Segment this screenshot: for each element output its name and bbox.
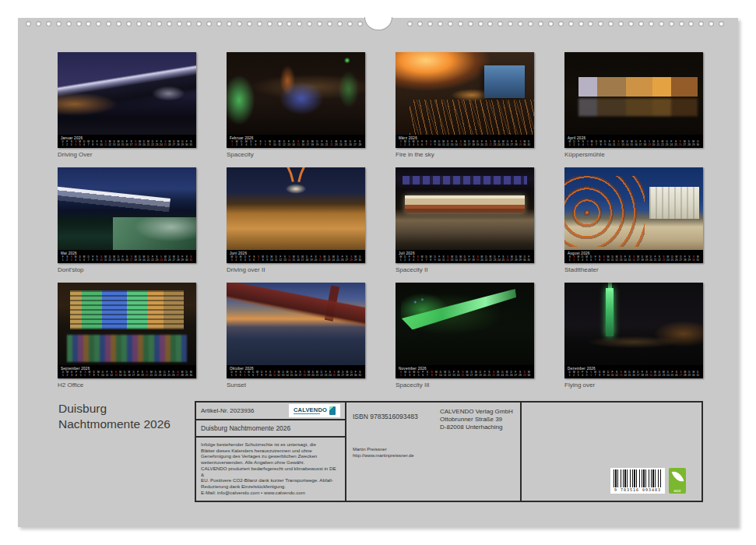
binding-hole [508,21,513,26]
thumbnail-caption: Flying over [564,382,703,389]
isbn-number: ISBN 9783516093483 [353,413,418,420]
mini-calendar-day: D30 [695,141,700,147]
calendar-thumbnail-9: September 2026D1M2D3F4S5S6M7D8M9D10F11S1… [58,283,196,389]
binding-hole [337,21,343,26]
month-page-preview: August 2026S1S2M3D4M5D6F7S8S9M10D11M12D1… [564,167,703,263]
product-title: Duisburg Nachtmomente 2026 [201,424,290,432]
mini-calendar-strip: August 2026S1S2M3D4M5D6F7S8S9M10D11M12D1… [564,250,703,263]
binding-hole [327,21,332,26]
binding-hole [438,21,443,26]
month-page-preview: Dezember 2026D1M2D3F4S5S6M7D8M9D10F11S12… [564,283,703,378]
calendar-thumbnail-1: Januar 2026D1F2S3S4M5D6M7D8F9S10S11M12D1… [58,52,196,159]
binding-hole [347,21,353,26]
binding-hole [688,21,694,26]
product-info-box: Artikel-Nr. 2023936 CALVENDO Duisburg Na… [195,401,703,502]
binding-hole [267,21,273,26]
binding-hole [618,21,624,26]
calvendo-logo-tagline [294,413,320,415]
binding-hole [146,21,152,26]
month-page-preview: Juni 2026M1D2M3D4F5S6S7M8D9M10D11F12S13S… [227,167,365,263]
article-row: Artikel-Nr. 2023936 CALVENDO [196,403,345,420]
binding-hole [307,21,312,26]
binding-hole [36,21,41,26]
photo-month-9 [58,283,196,365]
binding-hole [598,21,603,26]
mini-calendar-strip: Juni 2026M1D2M3D4F5S6S7M8D9M10D11F12S13S… [227,250,365,263]
mini-calendar-days: D1F2S3S4M5D6M7D8F9S10S11M12D13M14D15F16S… [61,141,193,147]
month-page-preview: März 2026S1M2D3M4D5F6S7S8M9D10M11D12F13S… [396,52,534,148]
binding-hole [669,21,674,26]
photo-month-12 [564,283,703,365]
binding-hole [196,21,202,26]
article-number: Artikel-Nr. 2023936 [201,407,254,414]
month-page-preview: Januar 2026D1F2S3S4M5D6M7D8F9S10S11M12D1… [58,52,196,148]
binding-hole [26,21,31,26]
month-page-preview: Februar 2026S1M2D3M4D5F6S7S8M9D10M11D12F… [227,52,365,148]
binding-hole [96,21,101,26]
month-page-preview: Juli 2026M1D2F3S4S5M6D7M8D9F10S11S12M13D… [396,167,534,263]
binding-hole [136,21,142,26]
month-page-preview: September 2026D1M2D3F4S5S6M7D8M9D10F11S1… [58,283,196,378]
month-page-preview: Oktober 2026D1F2S3S4M5D6M7D8F9S10S11M12D… [227,283,365,378]
mini-calendar-day: D30 [357,256,362,262]
binding-hole [46,21,51,26]
binding-hole [206,21,212,26]
binding-hole [558,21,564,26]
mini-calendar-day: D31 [696,371,700,378]
binding-hole [698,21,704,26]
mini-calendar-days: S1M2D3M4D5F6S7S8M9D10M11D12F13S14S15M16D… [399,141,531,147]
page-title: Duisburg Nachtmomente 2026 [58,401,171,431]
thumbnail-caption: Sunset [227,382,365,389]
mini-calendar-strip: Oktober 2026D1F2S3S4M5D6M7D8F9S10S11M12D… [227,365,365,378]
binding-hole [116,21,121,26]
binding-hole [649,21,654,26]
binding-hole [156,21,162,26]
mini-calendar-strip: Juli 2026M1D2F3S4S5M6D7M8D9F10S11S12M13D… [396,250,534,263]
photo-month-8 [564,167,703,250]
publisher-address: CALVENDO Verlag GmbH Ottobrunner Straße … [440,408,513,431]
binding-hole [628,21,634,26]
mini-calendar-day: S31 [189,256,193,262]
binding-hole [679,21,684,26]
calendar-thumbnail-7: Juli 2026M1D2F3S4S5M6D7M8D9F10S11S12M13D… [396,167,534,274]
binding-hole [719,21,724,26]
binding-hole [528,21,533,26]
calvendo-logo: CALVENDO [289,404,340,417]
mini-calendar-day: S28 [357,141,362,147]
mini-calendar-day: S31 [358,371,362,378]
binding-hole [277,21,283,26]
calendar-back-page: Januar 2026D1F2S3S4M5D6M7D8F9S10S11M12D1… [18,18,738,527]
binding-hole [468,21,473,26]
mini-calendar-strip: September 2026D1M2D3F4S5S6M7D8M9D10F11S1… [58,365,196,378]
thumbnail-caption: Stadttheater [564,266,703,274]
binding-hole [106,21,111,26]
binding-hole [659,21,664,26]
binding-hole [568,21,574,26]
thumbnail-caption: Spacecity [227,151,365,159]
barcode-digits: 9 783516 093483 [614,487,662,493]
binding-hole [518,21,523,26]
mini-calendar-strip: Dezember 2026D1M2D3F4S5S6M7D8M9D10F11S12… [564,365,703,378]
mini-calendar-days: D1F2S3S4M5D6M7D8F9S10S11M12D13M14D15F16S… [230,371,362,378]
barcode-group: 9 783516 093483 eco [610,468,686,494]
mini-calendar-days: M1D2F3S4S5M6D7M8D9F10S11S12M13D14M15D16F… [399,256,531,262]
thumbnail-caption: Driving Over [58,151,196,159]
photo-month-2 [227,52,365,135]
binding-hole [417,21,423,26]
mini-calendar-strip: Mai 2026F1S2S3M4D5M6D7F8S9S10M11D12M13D1… [58,250,196,263]
binding-hole [177,21,182,26]
thumbnail-caption: Spacecity II [396,266,534,274]
binding-hole [287,21,292,26]
calendar-thumbnail-2: Februar 2026S1M2D3M4D5F6S7S8M9D10M11D12F… [227,52,365,159]
mini-calendar-strip: April 2026M1D2F3S4S5M6D7M8D9F10S11S12M13… [564,135,703,148]
photographer-credit: Martin Preissner http://www.martinpreiss… [353,447,414,459]
photo-month-4 [564,52,703,135]
mini-calendar-strip: März 2026S1M2D3M4D5F6S7S8M9D10M11D12F13S… [396,135,534,148]
binding-hole [498,21,503,26]
binding-hole [407,21,413,26]
calendar-thumbnail-5: Mai 2026F1S2S3M4D5M6D7F8S9S10M11D12M13D1… [58,167,196,274]
binding-hole [538,21,543,26]
binding-hole [709,21,714,26]
thumbnail-grid: Januar 2026D1F2S3S4M5D6M7D8F9S10S11M12D1… [58,52,703,389]
binding-hole [66,21,72,26]
